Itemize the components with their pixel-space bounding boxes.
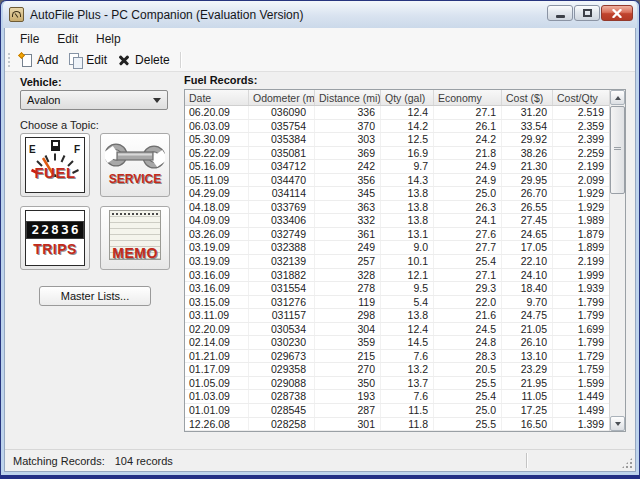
table-row[interactable]: 04.18.0903376936313.826.326.551.929	[185, 201, 609, 215]
table-row[interactable]: 02.14.0903023035914.524.826.101.799	[185, 336, 609, 350]
table-cell: 17.25	[502, 404, 553, 417]
table-row[interactable]: 05.30.0903538430312.524.229.922.399	[185, 133, 609, 147]
column-header[interactable]: Qty (gal)	[381, 90, 434, 105]
table-row[interactable]: 06.20.0903609033612.427.131.202.519	[185, 106, 609, 120]
toolbar-separator	[180, 52, 181, 68]
table-cell: 01.05.09	[185, 377, 249, 390]
vertical-scrollbar[interactable]	[609, 90, 625, 431]
table-cell: 032749	[249, 228, 315, 241]
add-new-icon	[19, 53, 33, 67]
table-row[interactable]: 01.21.090296732157.628.313.101.729	[185, 350, 609, 364]
column-header[interactable]: Date	[185, 90, 249, 105]
table-cell: 01.21.09	[185, 350, 249, 363]
column-header[interactable]: Cost ($)	[502, 90, 553, 105]
close-button[interactable]	[601, 5, 633, 21]
table-cell: 24.1	[434, 214, 502, 227]
table-cell: 5.4	[381, 296, 434, 309]
delete-button[interactable]: Delete	[113, 51, 176, 69]
master-lists-button[interactable]: Master Lists...	[39, 286, 151, 306]
table-cell: 370	[315, 120, 381, 133]
menu-item-file[interactable]: File	[11, 30, 48, 48]
topic-button-memo[interactable]: MEMO	[100, 206, 170, 270]
table-row[interactable]: 05.11.0903447035614.324.929.952.099	[185, 174, 609, 188]
table-row[interactable]: 01.03.090287381937.625.411.051.449	[185, 390, 609, 404]
table-cell: 04.18.09	[185, 201, 249, 214]
table-row[interactable]: 01.01.0902854528711.525.017.251.499	[185, 404, 609, 418]
menu-item-help[interactable]: Help	[87, 30, 130, 48]
title-bar[interactable]: AutoFile Plus - PC Companion (Evaluation…	[3, 1, 637, 28]
table-cell: 030534	[249, 323, 315, 336]
table-cell: 030230	[249, 336, 315, 349]
records-table-main: DateOdometer (mi)Distance (mi)Qty (gal)E…	[185, 90, 609, 431]
table-row[interactable]: 12.26.0802825830111.825.516.501.399	[185, 418, 609, 431]
topic-button-fuel[interactable]: E F FUEL	[20, 133, 90, 197]
column-header[interactable]: Distance (mi)	[315, 90, 381, 105]
maximize-icon	[583, 9, 592, 17]
add-button[interactable]: Add	[15, 51, 64, 69]
table-cell: 13.8	[381, 309, 434, 322]
delete-x-icon	[117, 53, 131, 67]
table-cell: 27.7	[434, 241, 502, 254]
table-cell: 33.54	[502, 120, 553, 133]
table-row[interactable]: 03.19.090323882499.027.717.051.899	[185, 241, 609, 255]
table-cell: 361	[315, 228, 381, 241]
table-cell: 249	[315, 241, 381, 254]
table-cell: 031157	[249, 309, 315, 322]
table-row[interactable]: 03.16.090315542789.529.318.401.939	[185, 282, 609, 296]
scroll-down-button[interactable]	[610, 416, 625, 431]
table-cell: 350	[315, 377, 381, 390]
table-cell: 21.8	[434, 147, 502, 160]
table-row[interactable]: 05.22.0903508136916.921.838.262.259	[185, 147, 609, 161]
resize-grip[interactable]	[621, 457, 633, 469]
table-row[interactable]: 02.20.0903053430412.424.521.051.699	[185, 323, 609, 337]
table-cell: 04.29.09	[185, 187, 249, 200]
maximize-button[interactable]	[574, 5, 600, 21]
table-cell: 332	[315, 214, 381, 227]
table-cell: 24.9	[434, 160, 502, 173]
table-cell: 1.929	[553, 201, 609, 214]
column-header[interactable]: Cost/Qty	[553, 90, 609, 105]
table-cell: 7.6	[381, 390, 434, 403]
table-cell: 301	[315, 418, 381, 431]
table-row[interactable]: 03.11.0903115729813.821.624.751.799	[185, 309, 609, 323]
table-row[interactable]: 03.26.0903274936113.127.624.651.879	[185, 228, 609, 242]
table-cell: 2.099	[553, 174, 609, 187]
table-cell: 12.4	[381, 323, 434, 336]
table-row[interactable]: 01.05.0902908835013.725.521.951.599	[185, 377, 609, 391]
table-row[interactable]: 05.16.090347122429.724.921.302.199	[185, 160, 609, 174]
table-row[interactable]: 03.16.0903188232812.127.124.101.999	[185, 269, 609, 283]
table-row[interactable]: 06.03.0903575437014.226.133.542.359	[185, 120, 609, 134]
table-cell: 035754	[249, 120, 315, 133]
table-cell: 028545	[249, 404, 315, 417]
scroll-up-button[interactable]	[610, 90, 625, 105]
topic-label-service: SERVICE	[109, 173, 161, 185]
table-row[interactable]: 01.17.0902935827013.220.523.291.759	[185, 363, 609, 377]
topic-label-fuel: FUEL	[34, 165, 75, 180]
column-header[interactable]: Economy	[434, 90, 502, 105]
minimize-button[interactable]	[547, 5, 573, 21]
svg-text:E: E	[29, 144, 36, 155]
toolbar-grip-handle[interactable]	[8, 53, 11, 68]
topic-button-trips[interactable]: 22836 TRIPS	[20, 206, 90, 270]
table-cell: 03.16.09	[185, 269, 249, 282]
table-row[interactable]: 04.09.0903340633213.824.127.451.989	[185, 214, 609, 228]
menu-item-edit[interactable]: Edit	[48, 30, 87, 48]
table-cell: 215	[315, 350, 381, 363]
edit-button[interactable]: Edit	[64, 51, 113, 69]
scrollbar-thumb[interactable]	[610, 106, 625, 194]
table-row[interactable]: 03.15.090312761195.422.09.701.799	[185, 296, 609, 310]
table-cell: 31.20	[502, 106, 553, 119]
records-title: Fuel Records:	[184, 74, 257, 86]
table-row[interactable]: 04.29.0903411434513.825.026.701.929	[185, 187, 609, 201]
table-cell: 9.7	[381, 160, 434, 173]
topic-button-service[interactable]: SERVICE	[100, 133, 170, 197]
table-cell: 06.03.09	[185, 120, 249, 133]
table-cell: 25.0	[434, 187, 502, 200]
table-cell: 1.799	[553, 336, 609, 349]
vehicle-dropdown[interactable]: Avalon	[20, 90, 168, 110]
table-row[interactable]: 03.19.0903213925710.125.422.102.199	[185, 255, 609, 269]
table-cell: 356	[315, 174, 381, 187]
column-header[interactable]: Odometer (mi)	[249, 90, 315, 105]
scrollbar-track[interactable]	[610, 194, 625, 416]
table-cell: 05.30.09	[185, 133, 249, 146]
